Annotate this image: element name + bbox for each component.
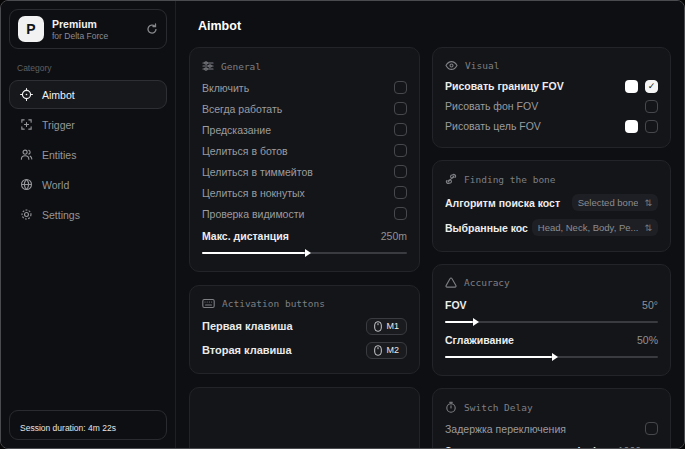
toggle-row-target-teammates: Целиться в тиммейтов ✓ (202, 161, 407, 182)
second-keybind-button[interactable]: M2 (366, 342, 408, 359)
product-info: Premium for Delta Force (52, 18, 108, 41)
users-icon (20, 148, 33, 161)
draw-fov-target-label: Рисовать цель FOV (445, 120, 541, 132)
toggle-row-enable: Включить ✓ (202, 77, 407, 98)
sidebar-item-world[interactable]: World (9, 170, 167, 199)
checkbox-draw-fov-target[interactable]: ✓ (645, 120, 658, 133)
toggle-label: Предсказание (202, 124, 271, 136)
fov-row: FOV 50° (445, 295, 658, 314)
max-distance-value: 250m (381, 230, 407, 242)
checkbox-switch-delay[interactable]: ✓ (645, 422, 658, 435)
refresh-icon[interactable] (146, 23, 158, 35)
sidebar-item-entities[interactable]: Entities (9, 140, 167, 169)
checkbox-target-bots[interactable]: ✓ (394, 144, 407, 157)
activation-buttons-card: Activation buttons Первая клавиша M1 Вто… (189, 285, 420, 374)
toggle-row-target-bots: Целиться в ботов ✓ (202, 140, 407, 161)
max-distance-slider[interactable] (202, 247, 407, 259)
checkbox-draw-fov-border[interactable]: ✓ (645, 80, 658, 93)
selected-bones-dropdown[interactable]: Head, Neck, Body, Pe... ⇅ (532, 219, 658, 236)
sidebar-item-settings[interactable]: Settings (9, 200, 167, 229)
sidebar-nav: Aimbot Trigger Entities World (9, 80, 167, 229)
bone-algorithm-dropdown[interactable]: Selected bone ⇅ (572, 194, 658, 211)
sidebar-item-label: Settings (42, 209, 80, 221)
accuracy-card-title: Accuracy (464, 277, 510, 288)
keyboard-icon (202, 298, 215, 309)
app-window: P Premium for Delta Force Category Aimbo… (0, 0, 685, 449)
sidebar-item-trigger[interactable]: Trigger (9, 110, 167, 139)
fov-border-color-swatch[interactable] (625, 80, 638, 93)
selected-bones-label: Выбранные кос (445, 222, 532, 234)
bone-card-title: Finding the bone (464, 174, 556, 185)
finding-bone-card: Finding the bone Алгоритм поиска кост Se… (432, 160, 671, 252)
toggle-label: Проверка видимости (202, 208, 304, 220)
switch-delay-ms-value: 1000 ms (618, 445, 658, 449)
draw-fov-background-label: Рисовать фон FOV (445, 100, 538, 112)
bone-algorithm-value: Selected bone (578, 197, 639, 208)
fov-target-color-swatch[interactable] (625, 120, 638, 133)
second-key-label: Вторая клавиша (202, 344, 292, 356)
smoothing-slider[interactable] (445, 351, 658, 363)
checkbox-visibility-check[interactable]: ✓ (394, 207, 407, 220)
stopwatch-icon (445, 401, 457, 413)
checkbox-prediction[interactable]: ✓ (394, 123, 407, 136)
smoothing-label: Сглаживание (445, 334, 514, 346)
toggle-label: Всегда работать (202, 103, 282, 115)
smoothing-value: 50% (637, 334, 658, 346)
mouse-icon (374, 345, 382, 356)
general-card: General Включить ✓ Всегда работать ✓ Пре… (189, 47, 420, 272)
checkbox-draw-fov-background[interactable]: ✓ (645, 100, 658, 113)
toggle-label: Включить (202, 82, 249, 94)
checkbox-always-work[interactable]: ✓ (394, 102, 407, 115)
bone-algorithm-label: Алгоритм поиска кост (445, 197, 572, 209)
accuracy-card-header: Accuracy (445, 274, 658, 293)
sidebar-item-label: Aimbot (42, 89, 75, 101)
globe-icon (20, 178, 33, 191)
empty-panel (189, 387, 420, 448)
mouse-icon (374, 321, 382, 332)
gauge-triangle-icon (445, 277, 457, 288)
product-subtitle: for Delta Force (52, 31, 108, 41)
general-card-header: General (202, 57, 407, 77)
checkbox-target-teammates[interactable]: ✓ (394, 165, 407, 178)
visual-card-header: Visual (445, 57, 658, 76)
switch-delay-card-title: Switch Delay (464, 402, 533, 413)
sidebar-item-aimbot[interactable]: Aimbot (9, 80, 167, 109)
draw-fov-border-label: Рисовать границу FOV (445, 80, 564, 92)
activation-card-header: Activation buttons (202, 295, 407, 314)
switch-delay-ms-row: Задержка переключения (мс) 1000 ms (445, 441, 658, 448)
first-keybind-button[interactable]: M1 (366, 318, 408, 335)
switch-delay-toggle-label: Задержка переключения (445, 423, 566, 435)
draw-fov-background-row: Рисовать фон FOV ✓ (445, 96, 658, 116)
crosshair-icon (20, 88, 33, 101)
session-duration-card: Session duration: 4m 22s (9, 410, 167, 440)
page-title: Aimbot (198, 19, 671, 33)
toggle-row-target-knocked: Целиться в нокнутых ✓ (202, 182, 407, 203)
unfold-icon: ⇅ (644, 198, 652, 208)
second-key-row: Вторая клавиша M2 (202, 338, 407, 362)
toggle-label: Целиться в тиммейтов (202, 166, 313, 178)
second-keybind-value: M2 (387, 345, 400, 355)
fov-value: 50° (642, 299, 658, 311)
draw-fov-border-row: Рисовать границу FOV ✓ (445, 76, 658, 96)
trigger-crosshair-icon (20, 118, 33, 131)
sidebar-item-label: Trigger (42, 119, 75, 131)
session-duration-text: Session duration: 4m 22s (20, 423, 116, 433)
switch-delay-card: Switch Delay Задержка переключения ✓ Зад… (432, 388, 671, 448)
sidebar: P Premium for Delta Force Category Aimbo… (1, 1, 176, 448)
fov-slider[interactable] (445, 316, 658, 328)
checkbox-target-knocked[interactable]: ✓ (394, 186, 407, 199)
max-distance-row: Макс. дистанция 250m (202, 226, 407, 245)
activation-card-title: Activation buttons (222, 298, 325, 309)
sidebar-item-label: World (42, 179, 69, 191)
sidebar-item-label: Entities (42, 149, 76, 161)
checkbox-enable[interactable]: ✓ (394, 81, 407, 94)
tune-sliders-icon (202, 60, 214, 72)
selected-bones-row: Выбранные кос Head, Neck, Body, Pe... ⇅ (445, 215, 658, 240)
unfold-icon: ⇅ (644, 223, 652, 233)
app-logo: P (18, 16, 44, 42)
accuracy-card: Accuracy FOV 50° Сглаживание 50% (432, 264, 671, 376)
fov-label: FOV (445, 299, 467, 311)
max-distance-label: Макс. дистанция (202, 230, 289, 242)
toggle-row-prediction: Предсказание ✓ (202, 119, 407, 140)
general-card-title: General (221, 61, 261, 72)
